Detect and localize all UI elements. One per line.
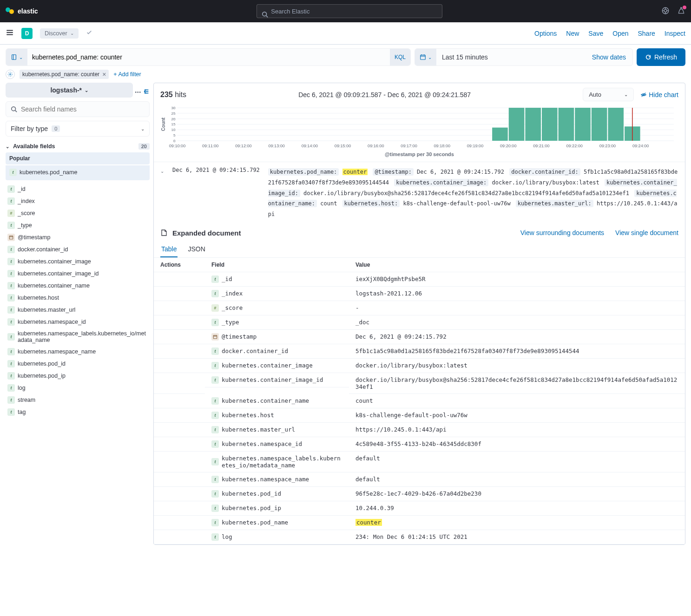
field-item[interactable]: tkubernetes.pod_name [7, 166, 148, 178]
svg-rect-63 [592, 108, 607, 141]
row-actions[interactable] [154, 452, 205, 472]
row-actions[interactable] [154, 472, 205, 487]
field-search-input[interactable] [21, 105, 145, 113]
row-actions[interactable] [154, 344, 205, 359]
row-actions[interactable] [154, 287, 205, 301]
field-item[interactable]: t_index [6, 195, 150, 207]
chevron-down-icon: ⌄ [624, 92, 628, 97]
field-item-label: tag [18, 409, 26, 415]
row-actions[interactable] [154, 530, 205, 544]
field-item[interactable]: tstream [6, 394, 150, 406]
row-actions[interactable] [154, 272, 205, 287]
view-surrounding-link[interactable]: View surrounding documents [520, 229, 604, 236]
row-actions[interactable] [154, 487, 205, 501]
query-input[interactable] [27, 49, 390, 66]
new-link[interactable]: New [566, 30, 579, 37]
inspect-link[interactable]: Inspect [665, 30, 685, 37]
space-avatar[interactable]: D [21, 28, 33, 39]
elastic-logo[interactable]: elastic [6, 7, 38, 16]
chevron-down-icon: ⌄ [19, 55, 23, 60]
row-actions[interactable] [154, 516, 205, 530]
th-field: Field [205, 258, 349, 272]
field-item[interactable]: tkubernetes.pod_id [6, 358, 150, 370]
date-range-label[interactable]: Last 15 minutes [436, 49, 586, 66]
close-icon[interactable]: × [102, 71, 106, 78]
document-icon [160, 229, 168, 236]
filter-by-type[interactable]: Filter by type 0 ⌄ [6, 121, 150, 137]
tab-json[interactable]: JSON [187, 242, 206, 257]
number-field-icon: # [7, 210, 15, 217]
kql-toggle[interactable]: KQL [390, 49, 410, 66]
svg-rect-13 [421, 55, 426, 60]
filter-pill[interactable]: kubernetes.pod_name: counter × [20, 70, 109, 79]
top-header: elastic Search Elastic [0, 0, 691, 22]
app-breadcrumb[interactable]: Discover ⌄ [40, 28, 79, 39]
field-item[interactable]: tkubernetes.master_url [6, 304, 150, 316]
save-link[interactable]: Save [588, 30, 603, 37]
row-value: _doc [349, 315, 685, 330]
view-single-link[interactable]: View single document [615, 229, 678, 236]
index-pattern-select[interactable]: logstash-* ⌄ [6, 83, 133, 98]
table-row: t_type_doc [154, 315, 685, 330]
svg-text:5: 5 [173, 133, 176, 138]
field-item[interactable]: tkubernetes.host [6, 292, 150, 304]
field-item[interactable]: ttag [6, 406, 150, 418]
expand-toggle-icon[interactable]: ⌄ [160, 168, 164, 174]
field-item-label: kubernetes.container_image_id [18, 270, 99, 277]
field-item[interactable]: tkubernetes.namespace_name [6, 346, 150, 358]
field-item[interactable]: #_score [6, 207, 150, 219]
search-elastic-input[interactable]: Search Elastic [257, 4, 442, 18]
more-icon[interactable]: ••• [135, 90, 141, 95]
doc-tabs: Table JSON [154, 242, 685, 258]
field-item[interactable]: tkubernetes.namespace_labels.kubernetes_… [6, 328, 150, 346]
row-actions[interactable] [154, 330, 205, 344]
field-item[interactable]: t_id [6, 183, 150, 195]
table-row: tkubernetes.container_namecount [154, 394, 685, 408]
field-search[interactable] [6, 101, 150, 117]
hide-chart-link[interactable]: Hide chart [640, 91, 678, 98]
text-field-icon: t [211, 505, 219, 512]
field-item[interactable]: tkubernetes.container_image [6, 256, 150, 268]
share-link[interactable]: Share [638, 30, 655, 37]
field-item-label: @timestamp [18, 234, 50, 241]
field-item[interactable]: tkubernetes.container_image_id [6, 268, 150, 280]
histogram-chart[interactable]: Count05101520253009:10:0009:11:0009:12:0… [154, 106, 685, 162]
text-field-icon: t [211, 376, 219, 384]
options-link[interactable]: Options [534, 30, 557, 37]
collapse-icon[interactable] [143, 88, 150, 96]
filter-options-icon[interactable] [6, 70, 15, 79]
hamburger-menu-icon[interactable] [6, 28, 14, 38]
tab-table[interactable]: Table [160, 242, 178, 257]
row-actions[interactable] [154, 423, 205, 437]
refresh-button[interactable]: Refresh [637, 48, 685, 66]
row-actions[interactable] [154, 437, 205, 452]
text-field-icon: t [211, 290, 219, 297]
open-link[interactable]: Open [612, 30, 628, 37]
help-icon[interactable] [661, 7, 670, 16]
row-actions[interactable] [154, 501, 205, 516]
field-item[interactable]: tkubernetes.namespace_id [6, 316, 150, 328]
table-row: tkubernetes.namespace_namedefault [154, 472, 685, 487]
add-filter-link[interactable]: + Add filter [113, 71, 141, 78]
field-item[interactable]: tdocker.container_id [6, 243, 150, 256]
row-actions[interactable] [154, 359, 205, 373]
interval-select[interactable]: Auto ⌄ [583, 88, 634, 101]
row-actions[interactable] [154, 373, 205, 394]
row-actions[interactable] [154, 394, 205, 408]
field-item[interactable]: tkubernetes.pod_ip [6, 370, 150, 382]
row-actions[interactable] [154, 408, 205, 423]
field-item[interactable]: tkubernetes.container_name [6, 280, 150, 292]
row-actions[interactable] [154, 301, 205, 315]
field-item[interactable]: @timestamp [6, 231, 150, 243]
date-toggle[interactable]: ⌄ [415, 49, 436, 66]
field-item[interactable]: t_type [6, 219, 150, 231]
filter-toggle[interactable]: ⌄ [6, 49, 27, 66]
row-actions[interactable] [154, 315, 205, 330]
newsfeed-icon[interactable] [677, 7, 685, 16]
row-field: tlog [205, 530, 349, 544]
show-dates-link[interactable]: Show dates [586, 49, 632, 66]
available-fields-toggle[interactable]: ⌄ Available fields 20 [6, 140, 150, 152]
field-item[interactable]: tlog [6, 382, 150, 394]
table-row: tkubernetes.pod_ip10.244.0.39 [154, 501, 685, 516]
table-row: tkubernetes.pod_id96f5e28c-1ec7-4029-b42… [154, 487, 685, 501]
